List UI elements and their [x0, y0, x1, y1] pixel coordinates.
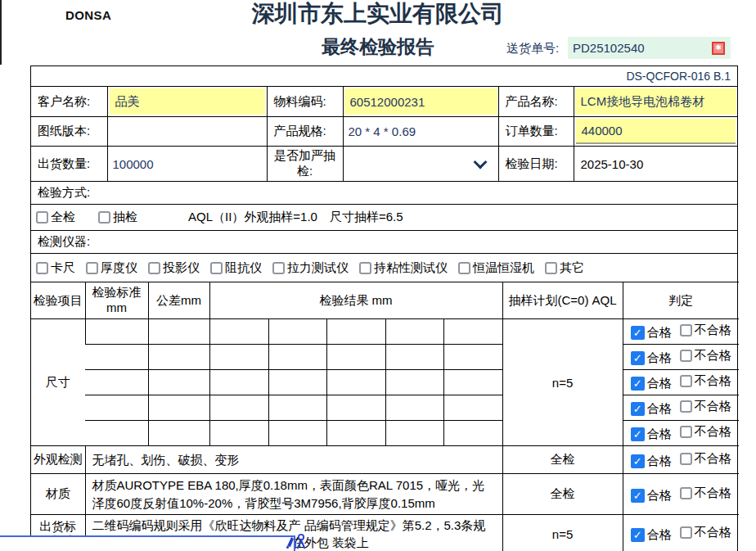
- order-qty-value[interactable]: 440000: [576, 119, 736, 144]
- result-cell[interactable]: [268, 345, 326, 370]
- result-cell[interactable]: [268, 370, 326, 395]
- result-cell[interactable]: [209, 421, 268, 446]
- instrument-option-other[interactable]: 其它: [545, 260, 584, 276]
- ship-qty-field[interactable]: 100000: [107, 147, 267, 182]
- fail-label: 不合格: [695, 399, 731, 414]
- fail-checkbox[interactable]: [680, 426, 692, 438]
- result-cell[interactable]: [326, 319, 385, 345]
- instrument-option-tension-tester[interactable]: 拉力测试仪: [272, 260, 349, 276]
- chevron-down-icon[interactable]: [473, 156, 487, 169]
- sampling-checkbox[interactable]: [98, 211, 110, 224]
- standard-cell[interactable]: [85, 395, 148, 421]
- instrument-option-thickness-gauge[interactable]: 厚度仪: [86, 260, 137, 276]
- pass-checkbox[interactable]: ✓: [631, 402, 645, 416]
- other-instrument-checkbox[interactable]: [545, 262, 557, 274]
- tolerance-cell[interactable]: [148, 319, 209, 345]
- col-header-standard: 检验标准 mm: [85, 282, 148, 319]
- result-cell[interactable]: [443, 370, 502, 395]
- result-cell[interactable]: [443, 395, 502, 421]
- thickness-gauge-checkbox[interactable]: [86, 262, 98, 274]
- delivery-no-field[interactable]: PD25102540 ✱: [568, 37, 731, 59]
- result-cell[interactable]: [209, 370, 268, 395]
- result-cell[interactable]: [209, 345, 268, 370]
- tolerance-cell[interactable]: [148, 421, 209, 446]
- tolerance-cell[interactable]: [148, 370, 209, 395]
- customer-field[interactable]: 品美: [107, 87, 267, 117]
- result-cell[interactable]: [385, 319, 443, 345]
- order-qty-field[interactable]: 440000: [574, 117, 737, 147]
- pass-checkbox[interactable]: ✓: [631, 427, 645, 441]
- drawing-version-value[interactable]: [108, 124, 118, 138]
- material-code-value[interactable]: 60512000231: [344, 88, 497, 115]
- strict-inspection-dropdown[interactable]: [343, 147, 498, 182]
- fail-checkbox[interactable]: [680, 324, 692, 336]
- result-cell[interactable]: [326, 370, 385, 395]
- result-cell[interactable]: [268, 421, 326, 446]
- inspect-date-value[interactable]: 2025-10-30: [574, 157, 650, 171]
- result-cell[interactable]: [443, 319, 502, 345]
- result-cell[interactable]: [268, 319, 326, 345]
- full-check-checkbox[interactable]: [36, 211, 48, 224]
- result-cell[interactable]: [326, 395, 385, 421]
- product-name-field[interactable]: LCM接地导电泡棉卷材: [574, 87, 737, 117]
- instrument-option-caliper[interactable]: 卡尺: [36, 260, 75, 276]
- instrument-option-climate-chamber[interactable]: 恒温恒湿机: [458, 260, 534, 276]
- order-qty-label: 订单数量:: [498, 117, 574, 147]
- standard-cell[interactable]: [85, 370, 148, 395]
- spec-field[interactable]: 20 * 4 * 0.69: [343, 117, 498, 147]
- pass-checkbox[interactable]: ✓: [631, 528, 645, 542]
- caliper-checkbox[interactable]: [36, 262, 48, 274]
- tolerance-cell[interactable]: [148, 395, 209, 421]
- form-code: DS-QCFOR-016 B.1: [31, 66, 737, 86]
- spec-value[interactable]: 20 * 4 * 0.69: [344, 124, 421, 138]
- result-cell[interactable]: [443, 421, 502, 446]
- standard-cell[interactable]: [85, 421, 148, 446]
- ship-qty-value[interactable]: 100000: [108, 157, 159, 171]
- tension-tester-checkbox[interactable]: [272, 262, 285, 274]
- pass-checkbox[interactable]: ✓: [631, 326, 645, 340]
- fail-checkbox[interactable]: [680, 526, 692, 539]
- result-cell[interactable]: [209, 395, 268, 421]
- projector-label: 投影仪: [163, 260, 200, 276]
- result-cell[interactable]: [385, 395, 443, 421]
- fail-checkbox[interactable]: [680, 375, 692, 387]
- fail-checkbox[interactable]: [680, 350, 692, 362]
- judgement-cell: ✓合格 不合格: [623, 446, 739, 474]
- pass-checkbox[interactable]: ✓: [631, 454, 645, 468]
- pass-checkbox[interactable]: ✓: [631, 351, 645, 365]
- result-cell[interactable]: [385, 421, 443, 446]
- fail-checkbox[interactable]: [680, 453, 692, 465]
- fail-label: 不合格: [695, 373, 731, 389]
- pass-checkbox[interactable]: ✓: [631, 489, 645, 503]
- sampling-option[interactable]: 抽检: [98, 210, 137, 225]
- customer-value[interactable]: 品美: [110, 88, 265, 115]
- pass-checkbox[interactable]: ✓: [631, 377, 645, 391]
- full-check-option[interactable]: 全检: [36, 210, 75, 225]
- climate-chamber-checkbox[interactable]: [458, 262, 470, 274]
- instrument-option-adhesion-tester[interactable]: 持粘性测试仪: [359, 260, 448, 276]
- result-cell[interactable]: [209, 319, 268, 345]
- standard-cell[interactable]: [85, 345, 148, 370]
- result-cell[interactable]: [268, 395, 326, 421]
- delivery-no-value[interactable]: PD25102540: [568, 41, 712, 55]
- result-cell[interactable]: [385, 370, 443, 395]
- result-cell[interactable]: [385, 345, 443, 370]
- table-row: ✓合格 不合格: [31, 421, 739, 446]
- fail-checkbox[interactable]: [680, 487, 692, 499]
- projector-checkbox[interactable]: [148, 262, 160, 274]
- instrument-option-projector[interactable]: 投影仪: [148, 260, 200, 276]
- fail-checkbox[interactable]: [680, 400, 692, 413]
- material-code-field[interactable]: 60512000231: [343, 87, 498, 117]
- result-cell[interactable]: [326, 421, 385, 446]
- inspect-date-field[interactable]: 2025-10-30: [574, 147, 737, 182]
- result-cell[interactable]: [443, 345, 502, 370]
- adhesion-tester-checkbox[interactable]: [359, 262, 371, 274]
- clear-field-icon[interactable]: ✱: [712, 42, 725, 55]
- standard-cell[interactable]: [85, 319, 148, 345]
- tolerance-cell[interactable]: [148, 345, 209, 370]
- impedance-checkbox[interactable]: [210, 262, 223, 274]
- result-cell[interactable]: [326, 345, 385, 370]
- product-name-value[interactable]: LCM接地导电泡棉卷材: [575, 88, 737, 115]
- instrument-option-impedance[interactable]: 阻抗仪: [210, 260, 262, 276]
- drawing-version-field[interactable]: [107, 117, 267, 147]
